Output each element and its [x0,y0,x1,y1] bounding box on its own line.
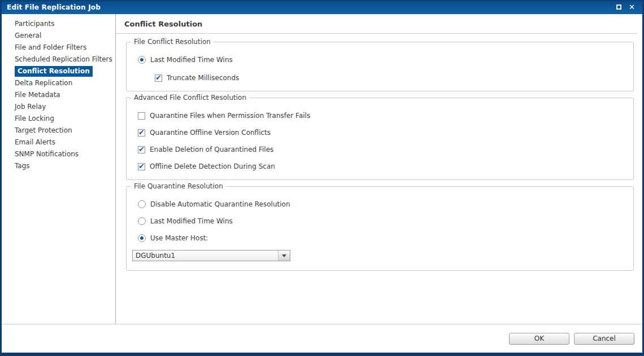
radio-use-master-host[interactable] [138,234,146,242]
sidebar-item-label: General [15,32,41,39]
sidebar-item-label: Job Relay [15,103,46,111]
window-title: Edit File Replication Job [2,3,616,11]
option-label[interactable]: Enable Deletion of Quarantined Files [150,146,273,153]
sidebar-item-job-relay[interactable]: Job Relay [2,101,115,113]
sidebar-item-label: Delta Replication [15,79,72,87]
checkbox-truncate-milliseconds[interactable] [155,74,162,82]
sidebar-item-email-alerts[interactable]: Email Alerts [2,137,115,148]
group-file-quarantine-resolution: File Quarantine ResolutionDisable Automa… [126,186,634,271]
option-label[interactable]: Quarantine Files when Permission Transfe… [150,112,310,120]
sidebar-item-snmp-notifications[interactable]: SNMP Notifications [2,148,115,160]
sidebar-item-label: SNMP Notifications [15,150,79,158]
sidebar-item-label: Conflict Resolution [15,66,93,77]
group-legend: Advanced File Conflict Resolution [131,94,249,102]
option-label[interactable]: Disable Automatic Quarantine Resolution [150,200,290,208]
ok-button[interactable]: OK [509,333,569,345]
group-legend: File Conflict Resolution [131,38,214,46]
cancel-button[interactable]: Cancel [574,333,634,345]
main-content: File Conflict ResolutionLast Modified Ti… [116,34,642,277]
select-value: DGUbuntu1 [133,250,278,261]
sidebar-item-tags[interactable]: Tags [2,160,115,172]
sidebar-item-file-and-folder-filters[interactable]: File and Folder Filters [2,42,115,54]
option-row: Quarantine Files when Permission Transfe… [138,112,626,120]
option-row: Enable Deletion of Quarantined Files [138,146,626,153]
sidebar-item-conflict-resolution[interactable]: Conflict Resolution [2,65,115,77]
checkbox-quarantine-offline-version-conflicts[interactable] [138,129,145,137]
option-row: Truncate Milliseconds [155,74,626,82]
sidebar-item-file-locking[interactable]: File Locking [2,113,115,125]
footer-bar: OK Cancel [2,324,642,353]
radio-last-modified-time-wins[interactable] [138,56,146,64]
option-row: Last Modified Time Wins [138,56,626,64]
title-bar: Edit File Replication Job ✕ [2,0,642,14]
option-label[interactable]: Last Modified Time Wins [150,217,233,225]
dialog-window: Edit File Replication Job ✕ Participants… [0,0,644,356]
sidebar-item-label: Participants [15,20,55,28]
sidebar: ParticipantsGeneralFile and Folder Filte… [2,14,116,324]
master-host-select[interactable]: DGUbuntu1 [132,250,290,261]
sidebar-item-label: Target Protection [15,126,72,134]
option-label[interactable]: Use Master Host: [150,234,208,242]
sidebar-item-general[interactable]: General [2,30,115,42]
sidebar-item-label: File and Folder Filters [15,43,86,51]
option-label[interactable]: Offline Delete Detection During Scan [150,162,275,170]
chevron-down-icon[interactable] [278,250,290,261]
option-label[interactable]: Truncate Milliseconds [167,74,239,82]
option-row: Quarantine Offline Version Conflicts [138,129,626,137]
sidebar-item-scheduled-replication-filters[interactable]: Scheduled Replication Filters [2,54,115,65]
page-title: Conflict Resolution [116,14,637,34]
option-row: Last Modified Time Wins [138,217,626,225]
radio-last-modified-time-wins[interactable] [138,217,146,225]
window-controls: ✕ [616,3,642,11]
checkbox-quarantine-files-when-permission-transfer-fails[interactable] [138,112,145,120]
sidebar-item-label: Tags [15,162,30,170]
sidebar-item-label: Email Alerts [15,138,55,146]
maximize-icon[interactable] [616,5,621,10]
sidebar-item-delta-replication[interactable]: Delta Replication [2,77,115,89]
radio-disable-automatic-quarantine-resolution[interactable] [138,200,146,208]
option-label[interactable]: Quarantine Offline Version Conflicts [150,129,271,137]
group-advanced-file-conflict-resolution: Advanced File Conflict ResolutionQuarant… [126,98,634,180]
dialog-body: ParticipantsGeneralFile and Folder Filte… [2,14,642,324]
sidebar-item-participants[interactable]: Participants [2,18,115,30]
group-file-conflict-resolution: File Conflict ResolutionLast Modified Ti… [126,42,634,91]
sidebar-item-label: Scheduled Replication Filters [15,55,112,63]
dropdown-arrow-glyph [282,254,286,257]
sidebar-item-label: File Locking [15,115,54,122]
checkbox-enable-deletion-of-quarantined-files[interactable] [138,146,145,153]
option-row: Use Master Host: [138,234,626,242]
close-icon[interactable]: ✕ [629,3,635,11]
sidebar-item-label: File Metadata [15,91,60,99]
option-label[interactable]: Last Modified Time Wins [150,56,233,64]
sidebar-item-target-protection[interactable]: Target Protection [2,125,115,137]
option-row: Disable Automatic Quarantine Resolution [138,200,626,208]
sidebar-item-file-metadata[interactable]: File Metadata [2,89,115,101]
group-legend: File Quarantine Resolution [131,182,226,190]
option-row: Offline Delete Detection During Scan [138,162,626,170]
main-panel: Conflict Resolution File Conflict Resolu… [116,14,642,324]
checkbox-offline-delete-detection-during-scan[interactable] [138,163,145,170]
